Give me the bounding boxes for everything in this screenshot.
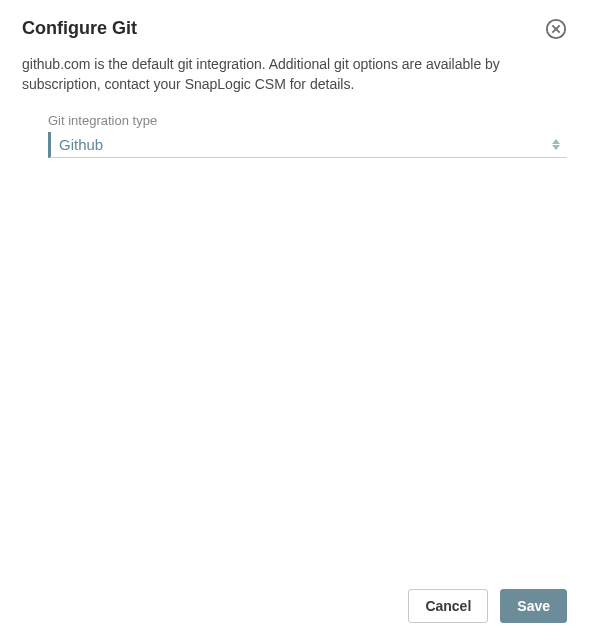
dialog-header: Configure Git [22,18,567,40]
close-button[interactable] [545,18,567,40]
configure-git-dialog: Configure Git github.com is the default … [0,0,589,641]
dialog-footer: Cancel Save [22,577,567,623]
dialog-description: github.com is the default git integratio… [22,54,567,95]
git-integration-type-value: Github [59,136,103,153]
git-integration-type-label: Git integration type [48,113,567,128]
cancel-button[interactable]: Cancel [408,589,488,623]
sort-arrows-icon [551,136,561,152]
save-button[interactable]: Save [500,589,567,623]
dialog-title: Configure Git [22,18,137,39]
git-integration-type-field: Git integration type Github [22,113,567,158]
git-integration-type-select[interactable]: Github [48,132,567,158]
close-icon [545,18,567,40]
form-body: Git integration type Github [22,113,567,577]
